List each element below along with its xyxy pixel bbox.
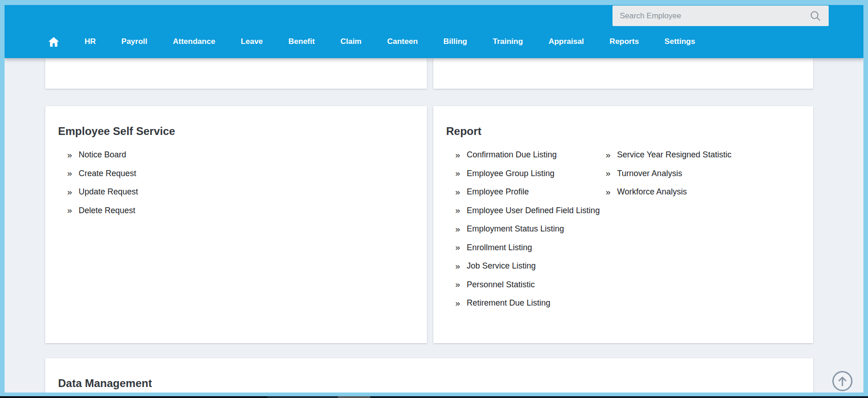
double-chevron-icon: » [67, 206, 74, 215]
double-chevron-icon: » [606, 151, 612, 159]
top-navbar: HR Payroll Attendance Leave Benefit Clai… [5, 5, 863, 58]
double-chevron-icon: » [606, 188, 612, 196]
page-viewport: HR Payroll Attendance Leave Benefit Clai… [5, 5, 863, 393]
search-input[interactable] [620, 11, 809, 21]
nav-item-billing[interactable]: Billing [443, 33, 467, 50]
nav-item-settings[interactable]: Settings [665, 33, 695, 50]
double-chevron-icon: » [455, 225, 462, 233]
nav-item-leave[interactable]: Leave [241, 33, 263, 50]
card-title-employee-self-service: Employee Self Service [58, 125, 427, 138]
menu-label: Delete Request [79, 206, 135, 215]
employee-search-box [612, 5, 829, 26]
nav-item-benefit[interactable]: Benefit [288, 33, 315, 50]
card-title-report: Report [446, 125, 813, 138]
nav-item-appraisal[interactable]: Appraisal [548, 33, 584, 50]
home-icon [48, 37, 59, 47]
link-job-service-listing[interactable]: » Job Service Listing [455, 257, 536, 275]
link-turnover-analysis[interactable]: » Turnover Analysis [606, 164, 682, 183]
double-chevron-icon: » [455, 169, 462, 177]
employee-self-service-list: » Notice Board » Create Request » Update… [45, 145, 427, 220]
link-update-request[interactable]: » Update Request [67, 183, 138, 201]
link-employee-user-defined-field-listing[interactable]: » Employee User Defined Field Listing [455, 201, 600, 220]
link-employee-group-listing[interactable]: » Employee Group Listing [455, 164, 554, 183]
taskbar-strip [0, 396, 868, 398]
card-employee-self-service: Employee Self Service » Notice Board » C… [45, 106, 427, 343]
main-navigation: HR Payroll Attendance Leave Benefit Clai… [48, 33, 695, 50]
nav-item-reports[interactable]: Reports [610, 33, 639, 50]
menu-label: Workforce Analysis [617, 188, 687, 196]
double-chevron-icon: » [455, 280, 462, 289]
nav-item-attendance[interactable]: Attendance [173, 33, 215, 50]
card-partial-right [433, 59, 813, 89]
app-window-frame: HR Payroll Attendance Leave Benefit Clai… [0, 0, 868, 398]
nav-item-claim[interactable]: Claim [341, 33, 362, 50]
nav-item-payroll[interactable]: Payroll [122, 33, 148, 50]
link-service-year-resigned-statistic[interactable]: » Service Year Resigned Statistic [606, 145, 731, 164]
card-partial-left [45, 59, 427, 89]
double-chevron-icon: » [455, 151, 462, 159]
report-list-column-1: » Confirmation Due Listing » Employee Gr… [433, 145, 606, 312]
menu-label: Create Request [79, 169, 136, 177]
link-notice-board[interactable]: » Notice Board [67, 145, 126, 164]
menu-label: Personnel Statistic [467, 280, 535, 289]
nav-item-home[interactable] [48, 37, 59, 47]
menu-label: Enrollment Listing [467, 243, 532, 252]
menu-label: Retirement Due Listing [467, 299, 550, 307]
card-title-data-management: Data Management [58, 377, 813, 390]
link-retirement-due-listing[interactable]: » Retirement Due Listing [455, 294, 550, 312]
double-chevron-icon: » [67, 188, 74, 196]
search-icon[interactable] [809, 10, 821, 22]
menu-label: Job Service Listing [467, 262, 536, 270]
menu-label: Notice Board [79, 151, 126, 159]
menu-label: Employee Profile [467, 188, 529, 196]
menu-label: Confirmation Due Listing [467, 151, 557, 159]
double-chevron-icon: » [455, 206, 462, 215]
link-create-request[interactable]: » Create Request [67, 164, 136, 183]
nav-item-canteen[interactable]: Canteen [387, 33, 418, 50]
link-workforce-analysis[interactable]: » Workforce Analysis [606, 183, 687, 201]
report-list-column-2: » Service Year Resigned Statistic » Turn… [606, 145, 731, 312]
link-employment-status-listing[interactable]: » Employment Status Listing [455, 220, 564, 238]
menu-label: Turnover Analysis [617, 169, 682, 177]
double-chevron-icon: » [67, 169, 74, 177]
menu-label: Employment Status Listing [467, 225, 564, 233]
menu-label: Employee Group Listing [467, 169, 554, 177]
link-employee-profile[interactable]: » Employee Profile [455, 183, 529, 201]
double-chevron-icon: » [606, 169, 612, 177]
nav-item-training[interactable]: Training [493, 33, 523, 50]
card-report: Report » Confirmation Due Listing » Empl… [433, 106, 813, 343]
nav-item-hr[interactable]: HR [85, 33, 96, 50]
link-delete-request[interactable]: » Delete Request [67, 201, 135, 220]
double-chevron-icon: » [67, 151, 74, 159]
menu-label: Service Year Resigned Statistic [617, 151, 731, 159]
double-chevron-icon: » [455, 299, 462, 307]
double-chevron-icon: » [455, 262, 462, 270]
card-data-management: Data Management [45, 358, 813, 393]
link-enrollment-listing[interactable]: » Enrollment Listing [455, 238, 532, 257]
link-confirmation-due-listing[interactable]: » Confirmation Due Listing [455, 145, 557, 164]
menu-label: Employee User Defined Field Listing [467, 206, 600, 215]
menu-label: Update Request [79, 188, 138, 196]
arrow-up-icon [837, 376, 847, 387]
double-chevron-icon: » [455, 243, 462, 252]
link-personnel-statistic[interactable]: » Personnel Statistic [455, 275, 535, 294]
scroll-to-top-button[interactable] [832, 371, 852, 391]
double-chevron-icon: » [455, 188, 462, 196]
